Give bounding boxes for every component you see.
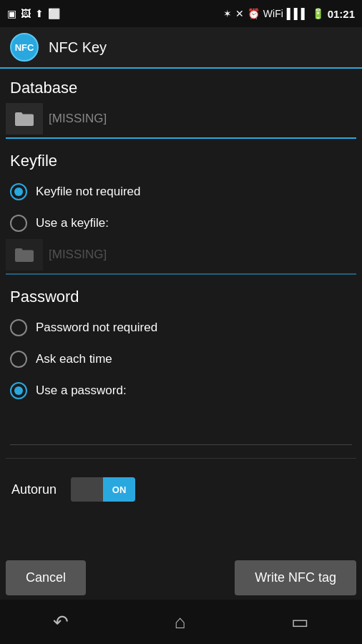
sim-icon: ▣ (7, 8, 16, 19)
keyfile-input-value: [MISSING] (43, 242, 356, 268)
status-bar-right: ✶ ✕ ⏰ WiFi ▌▌▌ 🔋 01:21 (223, 8, 355, 20)
password-input-area (10, 409, 352, 445)
password-option3-label: Use a password: (36, 384, 127, 398)
toggle-on-label: ON (112, 484, 127, 495)
password-input[interactable] (10, 409, 173, 435)
battery-icon: 🔋 (312, 8, 324, 19)
password-radio3-dot (14, 386, 23, 395)
toggle-off-area (71, 477, 103, 502)
autorun-label: Autorun (11, 482, 57, 497)
status-time: 01:21 (328, 8, 355, 20)
signal-icon: ▌▌▌ (287, 8, 308, 19)
home-icon[interactable]: ⌂ (175, 611, 186, 633)
alarm-icon: ⏰ (248, 8, 260, 19)
wifi-icon: WiFi (263, 8, 283, 19)
autorun-toggle[interactable]: ON (71, 477, 135, 502)
app-logo: NFC (10, 33, 39, 62)
password-section: Password Password not required Ask each … (6, 278, 356, 452)
image-icon: 🖼 (21, 8, 31, 19)
keyfile-input-row: [MISSING] (6, 239, 356, 275)
cancel-button[interactable]: Cancel (6, 560, 86, 595)
password-radio2 (10, 351, 27, 368)
database-input-row: [MISSING] (6, 103, 356, 139)
bottom-buttons: Cancel Write NFC tag (0, 560, 362, 595)
app-bar: NFC NFC Key (0, 27, 362, 69)
password-option2-label: Ask each time (36, 352, 112, 366)
password-option3[interactable]: Use a password: (6, 375, 356, 406)
upload-icon: ⬆ (35, 8, 44, 19)
keyfile-option2[interactable]: Use a keyfile: (6, 208, 356, 239)
database-section: Database [MISSING] (6, 69, 356, 139)
status-bar: ▣ 🖼 ⬆ ⬜ ✶ ✕ ⏰ WiFi ▌▌▌ 🔋 01:21 (0, 0, 362, 27)
app-title: NFC Key (49, 39, 107, 56)
write-nfc-button[interactable]: Write NFC tag (235, 560, 356, 595)
keyfile-radio2 (10, 215, 27, 232)
status-bar-left: ▣ 🖼 ⬆ ⬜ (7, 8, 60, 19)
database-folder-button[interactable] (6, 103, 43, 135)
autorun-row: Autorun ON (6, 464, 356, 514)
password-option1-label: Password not required (36, 321, 157, 335)
screenshot-icon: ⬜ (48, 8, 60, 19)
logo-text: NFC (15, 42, 34, 53)
recents-icon[interactable]: ▭ (291, 611, 309, 633)
main-content: Database [MISSING] Keyfile Keyfile not r… (0, 69, 362, 514)
nav-bar: ↶ ⌂ ▭ (0, 600, 362, 644)
password-radio3 (10, 382, 27, 399)
keyfile-option1[interactable]: Keyfile not required (6, 176, 356, 208)
password-option1[interactable]: Password not required (6, 312, 356, 343)
database-input-value: [MISSING] (43, 106, 356, 132)
keyfile-radio1-dot (14, 187, 23, 196)
keyfile-section-label: Keyfile (6, 142, 356, 176)
password-radio1 (10, 319, 27, 336)
keyfile-section: Keyfile Keyfile not required Use a keyfi… (6, 142, 356, 275)
toggle-on-area: ON (103, 477, 135, 502)
password-option2[interactable]: Ask each time (6, 343, 356, 375)
bluetooth-icon: ✶ (223, 8, 232, 19)
keyfile-folder-button[interactable] (6, 239, 43, 270)
nfc-icon: ✕ (235, 8, 244, 19)
database-section-label: Database (6, 69, 356, 103)
back-icon[interactable]: ↶ (53, 611, 69, 633)
section-divider (6, 458, 356, 459)
keyfile-folder-icon (14, 246, 35, 263)
password-section-label: Password (6, 278, 356, 312)
keyfile-option1-label: Keyfile not required (36, 185, 140, 199)
keyfile-option2-label: Use a keyfile: (36, 216, 109, 230)
keyfile-radio1 (10, 183, 27, 200)
database-folder-icon (14, 110, 35, 127)
